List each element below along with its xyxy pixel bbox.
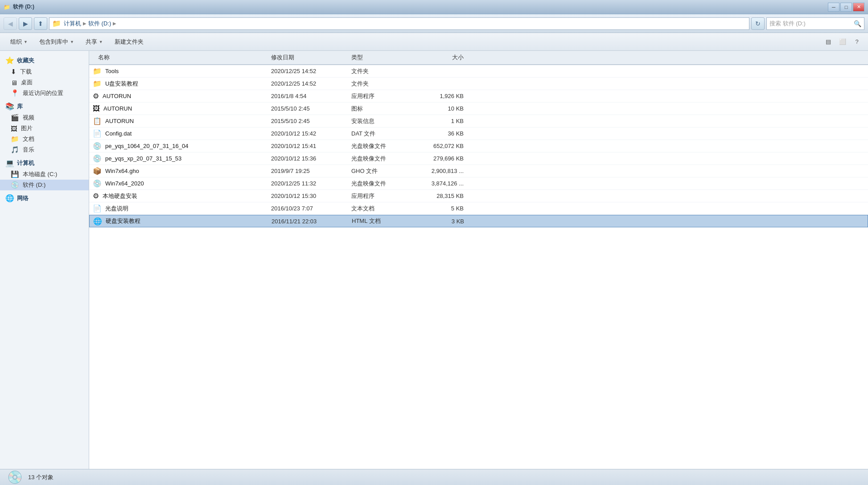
sidebar-item[interactable]: 📁文档 — [0, 134, 89, 144]
section-icon: ⭐ — [5, 56, 14, 65]
new-folder-button[interactable]: 新建文件夹 — [110, 36, 148, 48]
back-button[interactable]: ◀ — [4, 17, 17, 30]
item-icon: 💿 — [11, 181, 19, 189]
crumb-arrow-1: ▶ — [83, 21, 86, 26]
table-row[interactable]: 📋 AUTORUN 2015/5/10 2:45 安装信息 1 KB — [89, 115, 868, 127]
file-name: pe_yqs_xp_20_07_31_15_53 — [105, 155, 181, 162]
item-icon: ⬇ — [11, 68, 16, 76]
cell-name: 💿 Win7x64_2020 — [89, 179, 267, 188]
file-name: Win7x64.gho — [105, 168, 139, 174]
sidebar-section: 💻计算机💾本地磁盘 (C:)💿软件 (D:) — [0, 157, 89, 190]
table-row[interactable]: 📄 光盘说明 2016/10/23 7:07 文本文档 5 KB — [89, 202, 868, 215]
item-label: 音乐 — [23, 146, 34, 154]
window-title: 软件 (D:) — [13, 3, 34, 11]
sidebar-section-header[interactable]: 📚库 — [0, 100, 89, 112]
search-box[interactable]: 搜索 软件 (D:) 🔍 — [766, 17, 864, 30]
address-bar[interactable]: 📁 计算机 ▶ 软件 (D:) ▶ — [49, 17, 749, 30]
view-button[interactable]: ▤ — [823, 37, 834, 47]
item-label: 本地磁盘 (C:) — [23, 170, 57, 178]
sidebar-item[interactable]: 💿软件 (D:) — [0, 180, 89, 190]
cell-type: 光盘映像文件 — [348, 180, 419, 188]
up-button[interactable]: ⬆ — [34, 17, 47, 30]
item-label: 图片 — [21, 124, 33, 132]
cell-date: 2020/10/12 15:36 — [267, 155, 348, 162]
file-icon: 📄 — [93, 129, 102, 138]
crumb-drive[interactable]: 软件 (D:) — [88, 20, 111, 28]
table-row[interactable]: 💿 pe_yqs_1064_20_07_31_16_04 2020/10/12 … — [89, 140, 868, 152]
minimize-button[interactable]: ─ — [828, 3, 839, 12]
cell-name: 📄 光盘说明 — [89, 204, 267, 213]
cell-type: 文件夹 — [348, 67, 419, 75]
table-row[interactable]: 📄 Config.dat 2020/10/12 15:42 DAT 文件 36 … — [89, 127, 868, 140]
sidebar-item[interactable]: 🖥桌面 — [0, 77, 89, 88]
cell-name: 📄 Config.dat — [89, 129, 267, 138]
file-icon: ⚙ — [93, 92, 99, 100]
organize-arrow-icon: ▼ — [24, 40, 28, 44]
cell-type: 应用程序 — [348, 192, 419, 200]
cell-size: 3,874,126 ... — [419, 180, 473, 187]
item-label: 最近访问的位置 — [23, 89, 63, 97]
share-button[interactable]: 共享 ▼ — [81, 36, 108, 48]
cell-size: 3 KB — [420, 218, 473, 225]
table-row[interactable]: 📦 Win7x64.gho 2019/9/7 19:25 GHO 文件 2,90… — [89, 165, 868, 177]
breadcrumb: 计算机 ▶ 软件 (D:) ▶ — [64, 20, 116, 28]
cell-size: 279,696 KB — [419, 155, 473, 162]
table-row[interactable]: 💿 Win7x64_2020 2020/12/25 11:32 光盘映像文件 3… — [89, 177, 868, 190]
maximize-button[interactable]: □ — [840, 3, 852, 12]
cell-size: 1,926 KB — [419, 93, 473, 99]
item-label: 视频 — [23, 114, 34, 122]
item-label: 下载 — [20, 68, 32, 76]
cell-name: 🖼 AUTORUN — [89, 105, 267, 113]
cell-type: DAT 文件 — [348, 130, 419, 138]
sidebar-section-header[interactable]: ⭐收藏夹 — [0, 54, 89, 66]
sidebar-item[interactable]: ⬇下载 — [0, 66, 89, 77]
table-row[interactable]: ⚙ 本地硬盘安装 2020/10/12 15:30 应用程序 28,315 KB — [89, 190, 868, 202]
library-button[interactable]: 包含到库中 ▼ — [34, 36, 79, 48]
cell-date: 2020/10/12 15:41 — [267, 143, 348, 149]
cell-name: 💿 pe_yqs_xp_20_07_31_15_53 — [89, 154, 267, 163]
crumb-computer[interactable]: 计算机 — [64, 20, 81, 28]
column-size[interactable]: 大小 — [419, 53, 473, 62]
close-button[interactable]: ✕ — [853, 3, 864, 12]
cell-type: 应用程序 — [348, 92, 419, 100]
cell-size: 28,315 KB — [419, 193, 473, 199]
title-bar: 📁 软件 (D:) ─ □ ✕ — [0, 0, 868, 14]
sidebar-item[interactable]: 🎬视频 — [0, 112, 89, 123]
help-button[interactable]: ? — [851, 37, 863, 47]
forward-button[interactable]: ▶ — [19, 17, 32, 30]
toolbar: 组织 ▼ 包含到库中 ▼ 共享 ▼ 新建文件夹 ▤ ⬜ ? — [0, 33, 868, 51]
cell-date: 2020/10/12 15:42 — [267, 130, 348, 137]
cell-type: 图标 — [348, 105, 419, 113]
table-row[interactable]: 🌐 硬盘安装教程 2016/11/21 22:03 HTML 文档 3 KB — [89, 215, 868, 227]
sidebar-item[interactable]: 📍最近访问的位置 — [0, 88, 89, 99]
refresh-button[interactable]: ↻ — [751, 17, 765, 30]
sidebar-item[interactable]: 🎵音乐 — [0, 144, 89, 155]
table-row[interactable]: 📁 U盘安装教程 2020/12/25 14:52 文件夹 — [89, 78, 868, 90]
organize-button[interactable]: 组织 ▼ — [5, 36, 33, 48]
cell-date: 2020/12/25 11:32 — [267, 180, 348, 187]
item-icon: 💾 — [11, 170, 19, 178]
column-type[interactable]: 类型 — [348, 53, 419, 62]
sidebar-item[interactable]: 🖼图片 — [0, 123, 89, 134]
cell-date: 2019/9/7 19:25 — [267, 168, 348, 174]
sidebar-section-header[interactable]: 🌐网络 — [0, 192, 89, 204]
column-date[interactable]: 修改日期 — [267, 53, 348, 62]
table-row[interactable]: 💿 pe_yqs_xp_20_07_31_15_53 2020/10/12 15… — [89, 152, 868, 165]
cell-size: 1 KB — [419, 118, 473, 124]
file-name: U盘安装教程 — [105, 80, 138, 88]
table-row[interactable]: ⚙ AUTORUN 2016/1/8 4:54 应用程序 1,926 KB — [89, 90, 868, 103]
table-row[interactable]: 🖼 AUTORUN 2015/5/10 2:45 图标 10 KB — [89, 103, 868, 115]
status-bar: 💿 13 个对象 — [0, 469, 868, 485]
cell-name: 💿 pe_yqs_1064_20_07_31_16_04 — [89, 142, 267, 150]
sidebar-section-header[interactable]: 💻计算机 — [0, 157, 89, 169]
file-name: Tools — [105, 68, 119, 74]
file-icon: 🖼 — [93, 105, 100, 113]
preview-button[interactable]: ⬜ — [837, 37, 848, 47]
file-name: AUTORUN — [103, 105, 132, 112]
column-name[interactable]: 名称 — [89, 53, 267, 62]
cell-size: 5 KB — [419, 205, 473, 212]
sidebar-item[interactable]: 💾本地磁盘 (C:) — [0, 169, 89, 180]
cell-name: ⚙ AUTORUN — [89, 92, 267, 100]
cell-date: 2015/5/10 2:45 — [267, 105, 348, 112]
table-row[interactable]: 📁 Tools 2020/12/25 14:52 文件夹 — [89, 65, 868, 78]
